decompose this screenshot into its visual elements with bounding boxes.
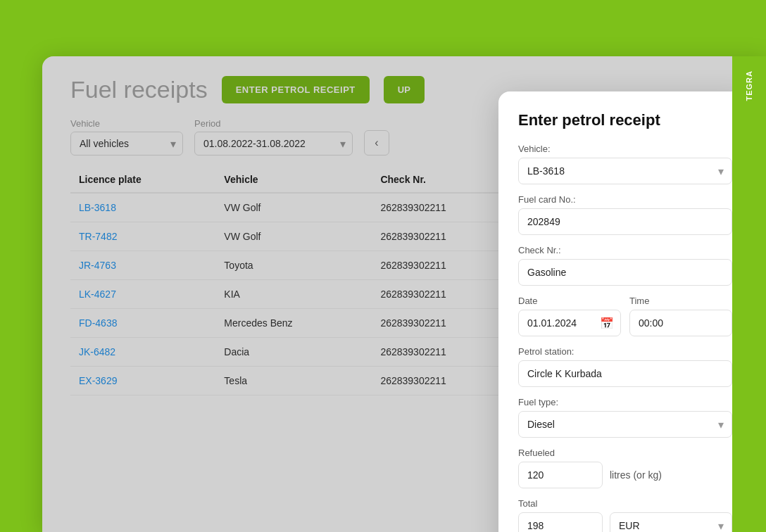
- screen-frame: Fuel receipts ENTER PETROL RECEIPT UP Ve…: [42, 56, 766, 532]
- check-nr-form-group: Check Nr.:: [518, 245, 732, 286]
- check-nr-label: Check Nr.:: [518, 245, 732, 255]
- fuel-type-select-wrapper: Diesel: [518, 411, 732, 438]
- total-form-group: Total EUR: [518, 498, 732, 532]
- time-label: Time: [629, 296, 732, 306]
- total-label: Total: [518, 498, 732, 509]
- refueled-form-group: Refueled litres (or kg): [518, 448, 732, 488]
- vehicle-select-modal-wrapper: LB-3618: [518, 158, 732, 184]
- check-nr-input[interactable]: [518, 259, 732, 286]
- total-input[interactable]: [518, 512, 603, 532]
- modal-enter-receipt: Enter petrol receipt Vehicle: LB-3618 Fu…: [498, 91, 752, 532]
- refueled-row: litres (or kg): [518, 462, 732, 488]
- total-row: EUR: [518, 512, 732, 532]
- petrol-station-label: Petrol station:: [518, 346, 732, 357]
- modal-title: Enter petrol receipt: [518, 111, 732, 129]
- date-input-wrapper: 📅: [518, 310, 621, 336]
- fuel-type-label: Fuel type:: [518, 397, 732, 407]
- refueled-input[interactable]: [518, 462, 603, 488]
- currency-select[interactable]: EUR: [610, 512, 732, 532]
- modal-overlay: Enter petrol receipt Vehicle: LB-3618 Fu…: [42, 56, 766, 532]
- fuel-type-select[interactable]: Diesel: [518, 411, 732, 438]
- petrol-station-input[interactable]: [518, 360, 732, 387]
- integra-label: TEGRA: [745, 70, 753, 101]
- date-label: Date: [518, 296, 621, 306]
- right-green-bar: TEGRA: [732, 56, 766, 532]
- fuel-card-form-group: Fuel card No.:: [518, 194, 732, 235]
- petrol-station-form-group: Petrol station:: [518, 346, 732, 387]
- fuel-card-label: Fuel card No.:: [518, 194, 732, 205]
- vehicle-label: Vehicle:: [518, 144, 732, 154]
- fuel-card-input[interactable]: [518, 208, 732, 235]
- refueled-unit: litres (or kg): [610, 469, 662, 481]
- calendar-icon[interactable]: 📅: [600, 317, 614, 330]
- date-form-group: Date 📅: [518, 296, 621, 336]
- date-time-row: Date 📅 Time: [518, 296, 732, 346]
- time-input[interactable]: [629, 310, 732, 336]
- currency-select-wrapper: EUR: [610, 512, 732, 532]
- vehicle-form-group: Vehicle: LB-3618: [518, 144, 732, 184]
- vehicle-select-modal[interactable]: LB-3618: [518, 158, 732, 184]
- fuel-type-form-group: Fuel type: Diesel: [518, 397, 732, 438]
- time-form-group: Time: [629, 296, 732, 336]
- refueled-label: Refueled: [518, 448, 732, 458]
